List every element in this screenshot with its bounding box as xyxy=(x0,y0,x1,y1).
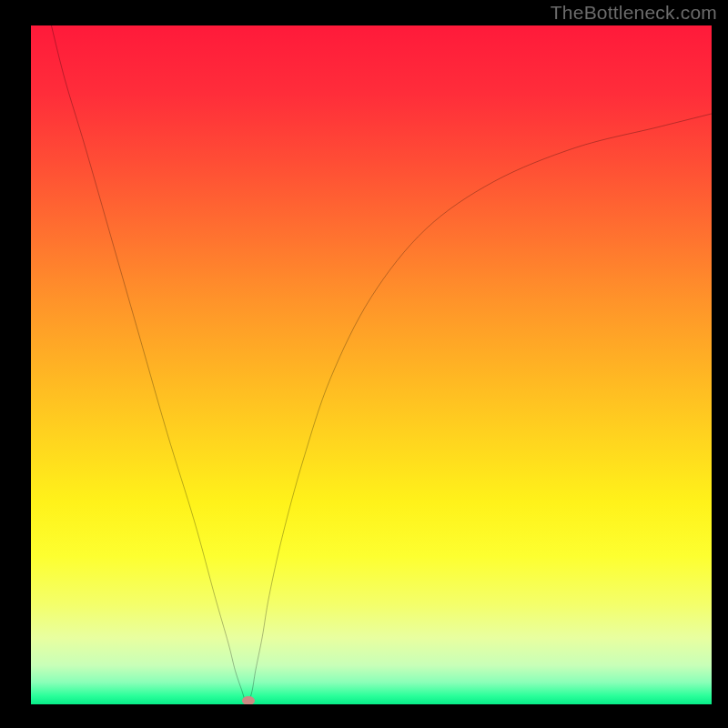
chart-plot-area xyxy=(31,25,712,704)
chart-minimum-marker xyxy=(242,696,255,704)
chart-curve xyxy=(31,25,712,704)
watermark-text: TheBottleneck.com xyxy=(551,2,717,24)
